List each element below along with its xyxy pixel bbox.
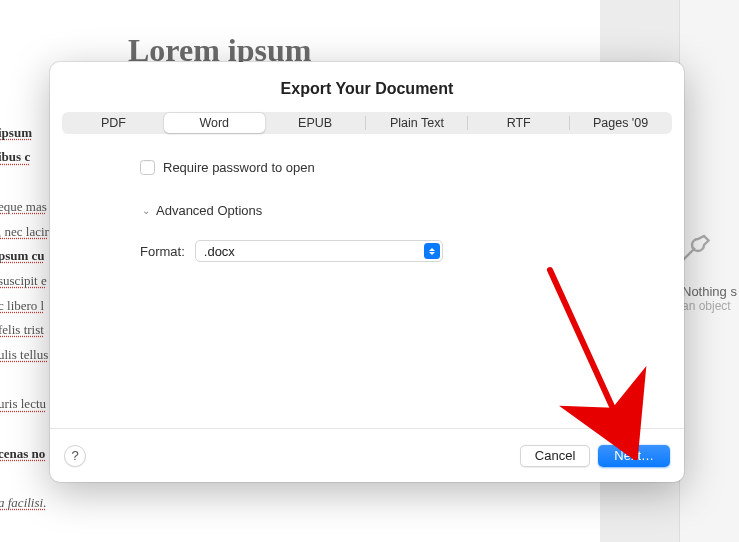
dialog-body: Require password to open ⌄ Advanced Opti… [50, 134, 684, 428]
cancel-button[interactable]: Cancel [520, 445, 590, 467]
require-password-checkbox[interactable] [140, 160, 155, 175]
next-button-label: Next… [614, 448, 654, 463]
require-password-row[interactable]: Require password to open [140, 160, 594, 175]
help-button[interactable]: ? [64, 445, 86, 467]
next-button[interactable]: Next… [598, 445, 670, 467]
dialog-footer: ? Cancel Next… [50, 428, 684, 482]
tab-epub[interactable]: EPUB [265, 113, 366, 133]
export-dialog: Export Your Document PDFWordEPUBPlain Te… [50, 62, 684, 482]
select-stepper-icon [424, 243, 440, 259]
format-select[interactable]: .docx [195, 240, 443, 262]
chevron-down-icon: ⌄ [140, 205, 152, 216]
tab-rtf[interactable]: RTF [468, 113, 569, 133]
format-row: Format: .docx [140, 240, 594, 262]
format-label: Format: [140, 244, 185, 259]
tab-pages-09[interactable]: Pages '09 [570, 113, 671, 133]
require-password-label: Require password to open [163, 160, 315, 175]
help-icon: ? [71, 448, 78, 463]
tab-word[interactable]: Word [164, 113, 265, 133]
tab-pdf[interactable]: PDF [63, 113, 164, 133]
cancel-button-label: Cancel [535, 448, 575, 463]
dialog-title: Export Your Document [50, 62, 684, 112]
advanced-options-toggle[interactable]: ⌄ Advanced Options [140, 203, 594, 218]
format-value: .docx [204, 244, 235, 259]
tab-plain-text[interactable]: Plain Text [366, 113, 467, 133]
modal-overlay: Export Your Document PDFWordEPUBPlain Te… [0, 0, 739, 542]
advanced-options-label: Advanced Options [156, 203, 262, 218]
format-tabs: PDFWordEPUBPlain TextRTFPages '09 [62, 112, 672, 134]
